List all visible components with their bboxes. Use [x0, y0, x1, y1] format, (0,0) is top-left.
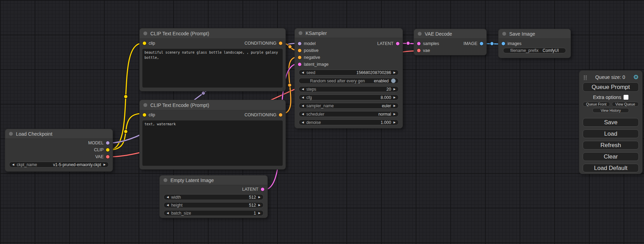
- port-latent-output[interactable]: LATENT: [242, 187, 264, 192]
- prev-value-arrow-icon[interactable]: ◀: [167, 204, 169, 207]
- settings-gear-icon[interactable]: ⚙: [633, 74, 639, 80]
- node-load-checkpoint[interactable]: Load Checkpoint MODEL CLIP VAE ◀ ckpt_na…: [5, 129, 113, 172]
- next-value-arrow-icon[interactable]: ▶: [258, 204, 261, 207]
- drag-handle-icon[interactable]: [583, 75, 587, 80]
- collapse-dot-icon[interactable]: [143, 31, 147, 35]
- denoise-widget[interactable]: ◀ denoise 1.000 ▶: [299, 119, 399, 125]
- conditioning-output-dot[interactable]: [279, 42, 282, 45]
- extra-options-checkbox[interactable]: [624, 95, 628, 100]
- latent-output-dot[interactable]: [261, 188, 264, 191]
- model-input-dot[interactable]: [298, 42, 301, 45]
- steps-widget[interactable]: ◀ steps 20 ▶: [299, 86, 399, 92]
- collapse-dot-icon[interactable]: [418, 32, 422, 36]
- clip-output-dot[interactable]: [106, 148, 109, 152]
- filename-prefix-widget[interactable]: filename_prefix ComfyUI: [503, 48, 566, 53]
- latent-image-input-dot[interactable]: [298, 63, 301, 66]
- node-clip-text-encode-negative[interactable]: CLIP Text Encode (Prompt) clip CONDITION…: [139, 100, 286, 170]
- vae-output-dot[interactable]: [106, 155, 109, 159]
- conditioning-output-dot[interactable]: [279, 113, 282, 117]
- port-clip-output[interactable]: CLIP: [94, 147, 109, 152]
- positive-prompt-textarea[interactable]: beautiful scenery nature glass bottle la…: [142, 49, 283, 88]
- height-widget[interactable]: ◀ height 512 ▶: [164, 202, 264, 208]
- sampler-name-widget[interactable]: ◀ sampler_name euler ▶: [299, 103, 399, 109]
- images-input-dot[interactable]: [502, 42, 505, 45]
- node-header[interactable]: Empty Latent Image: [160, 175, 267, 185]
- refresh-button[interactable]: Refresh: [583, 141, 639, 150]
- prev-value-arrow-icon[interactable]: ◀: [302, 96, 304, 99]
- seed-widget[interactable]: ◀ seed 156680208700286 ▶: [299, 70, 399, 75]
- collapse-dot-icon[interactable]: [502, 32, 506, 36]
- port-conditioning-output[interactable]: CONDITIONING: [245, 41, 282, 46]
- clip-input-dot[interactable]: [143, 42, 146, 45]
- node-ksampler[interactable]: KSampler model LATENT positive negative …: [294, 28, 403, 128]
- image-output-dot[interactable]: [480, 42, 483, 45]
- node-clip-text-encode-positive[interactable]: CLIP Text Encode (Prompt) clip CONDITION…: [139, 28, 286, 91]
- collapse-dot-icon[interactable]: [143, 103, 147, 107]
- port-model-input[interactable]: model: [298, 41, 316, 46]
- port-model-output[interactable]: MODEL: [88, 141, 109, 145]
- prev-value-arrow-icon[interactable]: ◀: [302, 113, 304, 116]
- negative-prompt-textarea[interactable]: text, watermark: [142, 120, 283, 166]
- port-samples-input[interactable]: samples: [417, 41, 439, 46]
- random-seed-toggle-widget[interactable]: Random seed after every gen enabled: [299, 78, 399, 84]
- prev-value-arrow-icon[interactable]: ◀: [302, 71, 304, 74]
- prev-value-arrow-icon[interactable]: ◀: [167, 196, 169, 199]
- node-header[interactable]: Load Checkpoint: [5, 129, 113, 139]
- queue-front-button[interactable]: Queue Front: [583, 102, 610, 107]
- cfg-widget[interactable]: ◀ cfg 8.000 ▶: [299, 94, 399, 100]
- port-latent-output[interactable]: LATENT: [377, 41, 399, 46]
- node-header[interactable]: CLIP Text Encode (Prompt): [140, 28, 285, 39]
- next-value-arrow-icon[interactable]: ▶: [104, 163, 106, 166]
- prev-value-arrow-icon[interactable]: ◀: [302, 121, 304, 124]
- toggle-knob-icon[interactable]: [391, 79, 396, 83]
- next-value-arrow-icon[interactable]: ▶: [394, 105, 396, 107]
- port-negative-input[interactable]: negative: [298, 55, 320, 60]
- next-value-arrow-icon[interactable]: ▶: [258, 212, 261, 215]
- next-value-arrow-icon[interactable]: ▶: [394, 96, 396, 99]
- port-image-output[interactable]: IMAGE: [464, 41, 483, 46]
- port-clip-input[interactable]: clip: [143, 112, 155, 117]
- node-save-image[interactable]: Save Image images filename_prefix ComfyU…: [498, 29, 571, 58]
- prev-value-arrow-icon[interactable]: ◀: [167, 212, 169, 215]
- collapse-dot-icon[interactable]: [164, 178, 167, 182]
- node-header[interactable]: Save Image: [499, 29, 571, 39]
- ckpt-name-widget[interactable]: ◀ ckpt_name v1-5-pruned-emaonly.ckpt ▶: [9, 162, 109, 168]
- latent-output-dot[interactable]: [396, 42, 399, 45]
- next-value-arrow-icon[interactable]: ▶: [394, 71, 396, 74]
- view-history-button[interactable]: View History: [592, 108, 629, 113]
- samples-input-dot[interactable]: [417, 42, 421, 45]
- next-value-arrow-icon[interactable]: ▶: [394, 113, 396, 116]
- link-clip-to-negative-prompt[interactable]: [109, 114, 142, 150]
- prev-value-arrow-icon[interactable]: ◀: [302, 88, 304, 91]
- model-output-dot[interactable]: [106, 141, 109, 145]
- node-graph-canvas[interactable]: Load Checkpoint MODEL CLIP VAE ◀ ckpt_na…: [0, 0, 644, 244]
- port-conditioning-output[interactable]: CONDITIONING: [245, 112, 282, 117]
- clip-input-dot[interactable]: [143, 113, 146, 117]
- scheduler-widget[interactable]: ◀ scheduler normal ▶: [299, 111, 399, 117]
- view-queue-button[interactable]: View Queue: [612, 102, 639, 107]
- port-latent-image-input[interactable]: latent_image: [298, 62, 329, 67]
- next-value-arrow-icon[interactable]: ▶: [258, 196, 261, 199]
- port-clip-input[interactable]: clip: [143, 41, 155, 46]
- prev-value-arrow-icon[interactable]: ◀: [12, 163, 14, 166]
- next-value-arrow-icon[interactable]: ▶: [394, 121, 396, 124]
- queue-menu-panel[interactable]: Queue size: 0 ⚙ Queue Prompt Extra optio…: [579, 70, 643, 174]
- next-value-arrow-icon[interactable]: ▶: [394, 88, 396, 91]
- node-header[interactable]: KSampler: [295, 28, 403, 38]
- negative-input-dot[interactable]: [298, 56, 301, 59]
- prev-value-arrow-icon[interactable]: ◀: [302, 105, 304, 107]
- node-empty-latent-image[interactable]: Empty Latent Image LATENT ◀ width 512 ▶ …: [159, 175, 268, 218]
- load-default-button[interactable]: Load Default: [583, 164, 639, 172]
- vae-input-dot[interactable]: [417, 49, 421, 52]
- port-images-input[interactable]: images: [502, 41, 521, 46]
- collapse-dot-icon[interactable]: [9, 132, 13, 136]
- width-widget[interactable]: ◀ width 512 ▶: [164, 194, 264, 200]
- batch-size-widget[interactable]: ◀ batch_size 1 ▶: [164, 210, 264, 216]
- node-vae-decode[interactable]: VAE Decode samples IMAGE vae: [414, 29, 487, 55]
- queue-prompt-button[interactable]: Queue Prompt: [583, 82, 639, 92]
- load-button[interactable]: Load: [583, 129, 639, 138]
- save-button[interactable]: Save: [583, 118, 639, 127]
- port-vae-input[interactable]: vae: [417, 48, 430, 53]
- positive-input-dot[interactable]: [298, 49, 301, 52]
- port-positive-input[interactable]: positive: [298, 48, 318, 53]
